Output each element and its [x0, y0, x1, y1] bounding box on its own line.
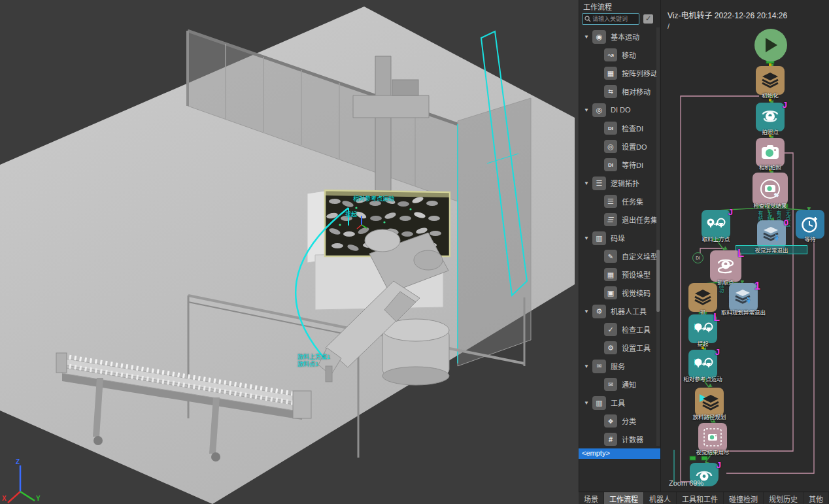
task-set-icon: [604, 195, 617, 208]
empty-selection-bar[interactable]: <empty>: [579, 448, 660, 459]
tree-item-wait-di[interactable]: 等待DI: [579, 156, 660, 174]
tab-workflow[interactable]: 工作流程: [604, 492, 644, 504]
viewport-label-place: 放料点1: [297, 360, 318, 368]
check-vision-icon: [759, 178, 781, 200]
collapse-arrow-icon[interactable]: ▼: [584, 309, 592, 314]
collapse-arrow-icon[interactable]: ▼: [584, 235, 592, 241]
robot-icon: [592, 305, 606, 318]
node-capture-point[interactable]: J 拍照点: [756, 103, 785, 131]
3d-scene-graphic: [0, 0, 579, 504]
axis-z-label: Z: [16, 458, 20, 465]
preset-pallet-icon: [604, 268, 617, 281]
tree-item-exit-task-set[interactable]: 退出任务集: [579, 210, 660, 229]
tree-section-di-do[interactable]: ▼DI DO: [579, 101, 660, 119]
tree-item-vision-pallet[interactable]: 视觉续码: [579, 284, 660, 302]
bottom-tab-bar: 场景 工作流程 机器人 工具和工件 碰撞检测 规划历史 其他 日志: [579, 492, 829, 504]
camera-unit: [353, 95, 429, 118]
exit-layers-icon: [762, 226, 781, 243]
counter-icon: [604, 433, 617, 446]
tab-tools-workpieces[interactable]: 工具和工件: [677, 492, 724, 504]
tree-item-preset-pallet[interactable]: 预设垛型: [579, 265, 660, 284]
relative-move-icon: [706, 217, 726, 231]
zoom-level-label: Zoom 69%: [669, 479, 703, 487]
relative-move-icon: [692, 321, 713, 337]
node-camera-capture[interactable]: 相机拍照: [756, 138, 785, 167]
tree-section-logic-topology[interactable]: ▼逻辑拓扑: [579, 174, 660, 192]
search-input[interactable]: [591, 16, 634, 22]
vision-pallet-icon: [604, 286, 617, 299]
axis-x-label: X: [2, 495, 7, 502]
run-workflow-button[interactable]: [754, 29, 787, 61]
node-check-vision-result[interactable]: 检查视觉结果: [753, 173, 788, 205]
dido-icon: [592, 103, 606, 117]
fence-right: [458, 98, 531, 366]
tab-collision-detect[interactable]: 碰撞检测: [724, 492, 764, 504]
tree-item-check-di[interactable]: 检查DI: [579, 119, 660, 137]
viewport-label-lift: 提起: [345, 210, 357, 218]
relative-move-icon: [692, 356, 713, 372]
tab-others[interactable]: 其他: [804, 492, 829, 504]
check-tool-icon: [604, 323, 617, 336]
tree-item-check-tool[interactable]: 检查工具: [579, 320, 660, 339]
tree-item-move[interactable]: 移动: [579, 46, 660, 64]
toolbox-icon: [592, 396, 606, 410]
tree-item-relative-move[interactable]: 相对移动: [579, 82, 660, 101]
wait-clock-icon: [801, 215, 819, 233]
node-relative-reference-move[interactable]: J 相对参考点运动: [688, 350, 717, 378]
tree-item-counter[interactable]: 计数器: [579, 430, 660, 448]
notify-icon: [604, 378, 617, 391]
tree-item-classify[interactable]: 分类: [579, 412, 660, 430]
search-icon: [584, 16, 591, 22]
exit-layers-icon: [734, 289, 753, 306]
node-place-path-plan[interactable]: 放料路径规划: [695, 388, 724, 416]
sidebar-scrollbar[interactable]: [656, 27, 660, 446]
tree-item-task-set[interactable]: 任务集: [579, 192, 660, 210]
check-di-icon: [604, 122, 617, 135]
classify-icon: [604, 414, 617, 428]
collapse-arrow-icon[interactable]: ▼: [584, 363, 592, 369]
node-grasp-point[interactable]: L 抓取点: [710, 250, 741, 282]
mech-viz-window: 相对参考点运动 提起 放料上方点1 放料点1 Z X Y 工作流程 ✓ ▼基本运…: [0, 0, 829, 504]
workflow-graph-panel[interactable]: Viz-电机转子 2022-12-26 20:14:26 /: [660, 0, 829, 492]
set-tool-icon: [604, 341, 617, 354]
relative-move-icon: [604, 85, 617, 98]
layers-icon: [694, 289, 712, 306]
service-icon: [592, 360, 606, 373]
tree-item-custom-pallet[interactable]: 自定义垛型: [579, 247, 660, 265]
search-filter-checkbox[interactable]: ✓: [643, 14, 653, 24]
axis-y-label: Y: [36, 495, 41, 502]
collapse-arrow-icon[interactable]: ▼: [584, 107, 592, 113]
camera-icon: [761, 145, 779, 160]
search-box[interactable]: [582, 13, 639, 25]
node-lift[interactable]: L 提起: [688, 314, 717, 343]
play-icon: [764, 37, 778, 53]
tree-item-move-by-array[interactable]: 按阵列移动: [579, 64, 660, 82]
scrollbar-thumb[interactable]: [656, 250, 660, 312]
node-vision-exception-exit[interactable]: 0 视觉异常退出: [757, 220, 786, 249]
collapse-arrow-icon[interactable]: ▼: [584, 34, 592, 40]
node-pick-upper-point[interactable]: J 取料上方点: [702, 210, 730, 239]
tree-section-service[interactable]: ▼服务: [579, 357, 660, 375]
custom-pallet-icon: [604, 250, 617, 263]
tree-section-tools[interactable]: ▼工具: [579, 394, 660, 412]
tree-item-set-do[interactable]: 设置DO: [579, 137, 660, 156]
tree-section-basic-motion[interactable]: ▼基本运动: [579, 27, 660, 46]
tab-scene[interactable]: 场景: [579, 492, 604, 504]
node-pick-plan-exception-exit[interactable]: 1 取料规划异常退出: [729, 283, 758, 312]
collapse-arrow-icon[interactable]: ▼: [584, 180, 592, 186]
tree-item-set-tool[interactable]: 设置工具: [579, 339, 660, 357]
node-init[interactable]: 初始化: [756, 66, 785, 95]
node-wait[interactable]: 等待: [796, 210, 824, 239]
tree-section-palletizing[interactable]: ▼码垛: [579, 229, 660, 247]
tree-item-notify[interactable]: 通知: [579, 375, 660, 394]
collapse-arrow-icon[interactable]: ▼: [584, 400, 592, 406]
set-do-icon: [604, 140, 617, 153]
layers-icon: [592, 176, 606, 190]
3d-viewport[interactable]: 相对参考点运动 提起 放料上方点1 放料点1 Z X Y: [0, 0, 579, 504]
tab-plan-history[interactable]: 规划历史: [764, 492, 804, 504]
node-vision-results-exhausted[interactable]: 视觉结果用尽: [698, 423, 727, 452]
pin-icon: [592, 30, 606, 44]
tab-robot[interactable]: 机器人: [644, 492, 677, 504]
tree-section-robot-tool[interactable]: ▼机器人工具: [579, 302, 660, 320]
di-badge-icon: [692, 252, 703, 263]
